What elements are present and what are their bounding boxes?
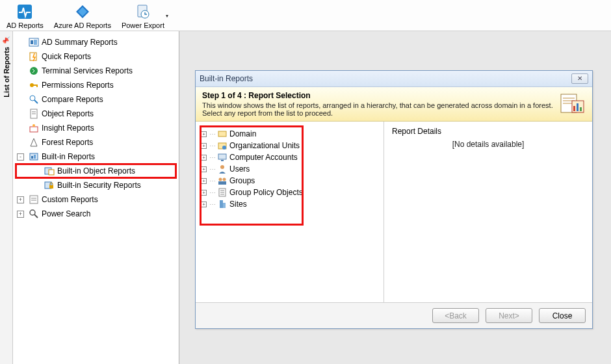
side-tab-label: List of Reports xyxy=(3,47,10,98)
tree-item[interactable]: Insight Reports xyxy=(16,121,176,135)
svg-rect-27 xyxy=(49,185,53,188)
report-node-label: Organizational Units xyxy=(229,141,300,150)
dialog-titlebar[interactable]: Built-in Reports ✕ xyxy=(196,71,592,87)
tree-item[interactable]: Object Reports xyxy=(16,107,176,121)
builtin-obj-icon xyxy=(44,166,55,176)
side-tab[interactable]: List of Reports 📌 xyxy=(0,31,13,364)
svg-rect-44 xyxy=(218,154,226,159)
quick-icon xyxy=(29,51,39,62)
svg-point-43 xyxy=(222,146,226,150)
azure-ad-reports-button[interactable]: Azure AD Reports xyxy=(50,1,115,31)
collapse-icon[interactable]: - xyxy=(17,153,24,161)
tree-item[interactable]: Forest Reports xyxy=(16,135,176,150)
report-tree-panel: AD Summary ReportsQuick ReportsTerminal … xyxy=(13,31,179,364)
svg-rect-18 xyxy=(30,127,38,132)
tree-item[interactable]: Quick Reports xyxy=(16,49,176,64)
tree-item-label: Compare Reports xyxy=(42,95,103,104)
report-node-label: Users xyxy=(229,164,250,174)
svg-rect-41 xyxy=(218,131,226,136)
report-category-node[interactable]: +⋯Sites xyxy=(201,198,378,210)
ad-reports-button[interactable]: AD Reports xyxy=(3,1,47,31)
tree-item-label: Forest Reports xyxy=(42,138,93,147)
report-node-label: Group Policy Objects xyxy=(229,188,303,197)
tree-connector-icon: ⋯ xyxy=(209,142,215,150)
tree-item-label: Built-in Object Reports xyxy=(57,166,135,176)
svg-point-13 xyxy=(30,96,35,101)
tree-item[interactable]: +Power Search xyxy=(16,207,176,221)
summary-icon xyxy=(29,37,39,47)
domain-icon xyxy=(217,129,228,139)
azure-icon xyxy=(73,3,92,21)
power-export-group: Power Export ▾ xyxy=(118,1,171,31)
back-button[interactable]: <Back xyxy=(432,308,479,323)
next-button[interactable]: Next> xyxy=(486,308,532,323)
content-area: Built-in Reports ✕ Step 1 of 4 : Report … xyxy=(179,31,611,364)
svg-point-47 xyxy=(219,178,222,181)
tree-connector-icon: ⋯ xyxy=(209,131,215,138)
tree-item-label: Built-in Security Reports xyxy=(57,181,141,190)
tree-item[interactable]: Built-in Security Reports xyxy=(16,178,176,192)
svg-line-14 xyxy=(34,100,38,103)
gpo-icon xyxy=(217,187,228,198)
tree-item[interactable]: Compare Reports xyxy=(16,92,176,107)
expand-icon[interactable]: + xyxy=(201,178,207,184)
builtin-reports-dialog: Built-in Reports ✕ Step 1 of 4 : Report … xyxy=(195,70,593,329)
toolbar: AD Reports Azure AD Reports Power Export… xyxy=(0,0,611,31)
svg-rect-39 xyxy=(577,103,578,111)
report-category-node[interactable]: +⋯Users xyxy=(201,163,378,175)
group-icon xyxy=(217,176,228,186)
report-category-node[interactable]: +⋯Group Policy Objects xyxy=(201,187,378,198)
chevron-down-icon[interactable]: ▾ xyxy=(166,13,171,19)
report-category-node[interactable]: +⋯Computer Accounts xyxy=(201,151,378,163)
tree-item-label: Insight Reports xyxy=(42,124,94,133)
tree-item-label: Power Search xyxy=(42,209,90,218)
report-category-node[interactable]: +⋯Domain xyxy=(201,128,378,140)
tree-item[interactable]: Terminal Services Reports xyxy=(16,64,176,78)
builtin-icon xyxy=(29,151,39,162)
compare-icon xyxy=(29,94,39,105)
tree-item[interactable]: Built-in Object Reports xyxy=(16,164,176,178)
svg-rect-6 xyxy=(31,40,33,44)
close-button[interactable]: Close xyxy=(539,308,586,323)
custom-icon xyxy=(29,194,39,205)
dialog-title: Built-in Reports xyxy=(200,74,253,83)
tree-item[interactable]: AD Summary Reports xyxy=(16,35,176,49)
dialog-body: +⋯Domain+⋯Organizational Units+⋯Computer… xyxy=(196,122,592,302)
tree-item[interactable]: +Custom Reports xyxy=(16,192,176,207)
pin-icon: 📌 xyxy=(3,36,10,44)
svg-marker-20 xyxy=(31,138,37,146)
report-category-node[interactable]: +⋯Organizational Units xyxy=(201,140,378,151)
expand-icon[interactable]: + xyxy=(17,211,24,218)
expand-icon[interactable]: + xyxy=(17,196,24,203)
svg-rect-40 xyxy=(580,107,582,111)
tree-item[interactable]: -Built-in Reports xyxy=(16,150,176,164)
dialog-close-button[interactable]: ✕ xyxy=(571,73,588,84)
pulse-icon xyxy=(16,3,34,21)
svg-rect-49 xyxy=(218,181,226,185)
svg-rect-38 xyxy=(573,106,575,111)
details-message: [No details available] xyxy=(392,140,584,149)
document-clock-icon xyxy=(134,3,152,21)
site-icon xyxy=(217,199,228,209)
tree-item-label: Quick Reports xyxy=(42,52,91,61)
ad-reports-label: AD Reports xyxy=(6,21,44,29)
expand-icon[interactable]: + xyxy=(201,143,207,149)
tree-connector-icon: ⋯ xyxy=(209,166,215,173)
expand-icon[interactable]: + xyxy=(201,155,207,161)
step-description: This window shows the list of reports, a… xyxy=(202,101,553,117)
svg-rect-7 xyxy=(34,40,37,45)
expand-icon[interactable]: + xyxy=(201,166,207,172)
svg-rect-55 xyxy=(223,203,226,208)
tree-item-label: AD Summary Reports xyxy=(42,38,118,47)
power-export-button[interactable]: Power Export xyxy=(118,1,168,31)
expand-icon[interactable]: + xyxy=(201,190,207,196)
expand-icon[interactable]: + xyxy=(201,202,207,207)
report-node-label: Computer Accounts xyxy=(229,153,298,162)
tree-item-label: Custom Reports xyxy=(42,195,98,204)
expand-icon[interactable]: + xyxy=(201,131,207,137)
svg-rect-28 xyxy=(30,196,38,203)
svg-point-19 xyxy=(32,124,35,127)
tree-item-label: Object Reports xyxy=(42,109,94,118)
tree-item[interactable]: Permissions Reports xyxy=(16,78,176,92)
report-category-node[interactable]: +⋯Groups xyxy=(201,175,378,187)
